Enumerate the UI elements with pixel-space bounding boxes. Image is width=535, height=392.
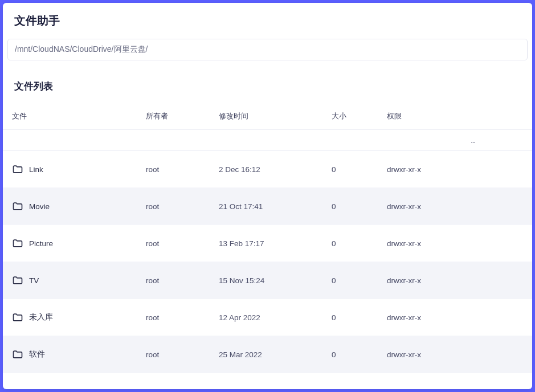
file-owner: root — [146, 165, 219, 174]
file-owner: root — [146, 239, 219, 248]
table-row[interactable]: TV root 15 Nov 15:24 0 drwxr-xr-x — [3, 262, 532, 299]
file-permissions: drwxr-xr-x — [387, 276, 523, 285]
file-name: 未入库 — [29, 312, 53, 322]
col-header-modified: 修改时间 — [219, 111, 332, 121]
file-size: 0 — [332, 202, 387, 211]
page-title: 文件助手 — [14, 13, 521, 28]
file-owner: root — [146, 313, 219, 322]
table-row[interactable]: Picture root 13 Feb 17:17 0 drwxr-xr-x — [3, 225, 532, 262]
file-size: 0 — [332, 313, 387, 322]
file-table: 文件 所有者 修改时间 大小 权限 .. Link root 2 Dec 16:… — [3, 103, 532, 373]
folder-icon — [12, 312, 23, 323]
file-permissions: drwxr-xr-x — [387, 313, 523, 322]
path-section — [3, 39, 532, 71]
file-name: Picture — [29, 239, 53, 248]
parent-dir-label: .. — [471, 136, 475, 145]
list-title: 文件列表 — [14, 80, 521, 93]
file-size: 0 — [332, 276, 387, 285]
table-row[interactable]: 未入库 root 12 Apr 2022 0 drwxr-xr-x — [3, 299, 532, 336]
col-header-file: 文件 — [12, 111, 146, 121]
file-owner: root — [146, 350, 219, 359]
file-size: 0 — [332, 165, 387, 174]
table-header: 文件 所有者 修改时间 大小 权限 — [3, 103, 532, 130]
file-permissions: drwxr-xr-x — [387, 350, 523, 359]
path-input[interactable] — [7, 39, 528, 60]
folder-icon — [12, 164, 23, 175]
header: 文件助手 — [3, 3, 532, 39]
file-permissions: drwxr-xr-x — [387, 165, 523, 174]
col-header-owner: 所有者 — [146, 111, 219, 121]
col-header-size: 大小 — [332, 111, 387, 121]
folder-icon — [12, 275, 23, 286]
file-owner: root — [146, 202, 219, 211]
file-owner: root — [146, 276, 219, 285]
file-modified: 21 Oct 17:41 — [219, 202, 332, 211]
file-permissions: drwxr-xr-x — [387, 239, 523, 248]
file-name: 软件 — [29, 349, 45, 360]
file-name: TV — [29, 276, 39, 285]
folder-icon — [12, 238, 23, 249]
file-name: Movie — [29, 202, 50, 211]
folder-icon — [12, 349, 23, 360]
col-header-permissions: 权限 — [387, 111, 523, 121]
file-assistant-card: 文件助手 文件列表 文件 所有者 修改时间 大小 权限 .. Link root… — [3, 3, 532, 389]
file-modified: 12 Apr 2022 — [219, 313, 332, 322]
file-modified: 25 Mar 2022 — [219, 350, 332, 359]
table-row[interactable]: 软件 root 25 Mar 2022 0 drwxr-xr-x — [3, 336, 532, 373]
file-modified: 13 Feb 17:17 — [219, 239, 332, 248]
file-modified: 15 Nov 15:24 — [219, 276, 332, 285]
file-modified: 2 Dec 16:12 — [219, 165, 332, 174]
folder-icon — [12, 201, 23, 212]
file-permissions: drwxr-xr-x — [387, 202, 523, 211]
file-name: Link — [29, 165, 43, 174]
file-size: 0 — [332, 239, 387, 248]
list-title-row: 文件列表 — [3, 71, 532, 103]
parent-dir-row[interactable]: .. — [3, 130, 532, 151]
table-row[interactable]: Link root 2 Dec 16:12 0 drwxr-xr-x — [3, 151, 532, 188]
table-row[interactable]: Movie root 21 Oct 17:41 0 drwxr-xr-x — [3, 188, 532, 225]
file-size: 0 — [332, 350, 387, 359]
